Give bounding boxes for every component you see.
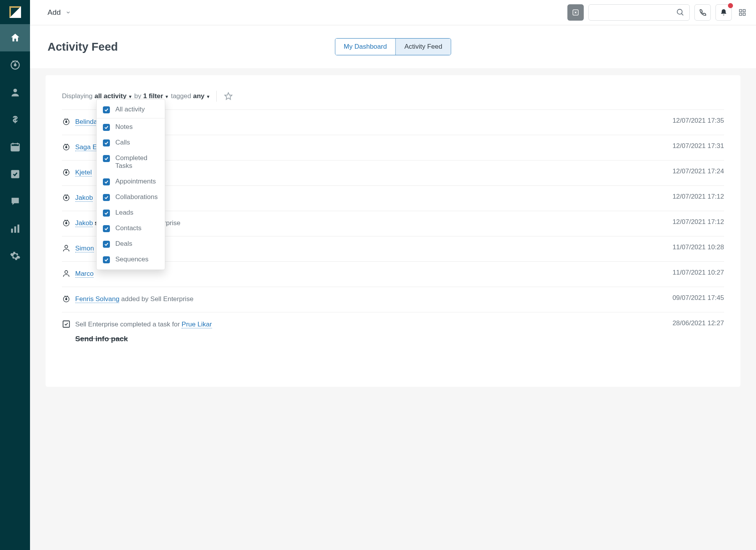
dropdown-item[interactable]: Contacts <box>97 220 165 236</box>
person-icon <box>62 244 71 254</box>
filter-tag[interactable]: any▼ <box>193 92 210 100</box>
view-toggle: My Dashboard Activity Feed <box>335 38 451 55</box>
feed-link[interactable]: Fenris Solvang <box>75 295 119 303</box>
dropdown-item[interactable]: Leads <box>97 205 165 220</box>
divider <box>216 91 217 102</box>
dropdown-item[interactable]: Sequences <box>97 252 165 267</box>
nav-reports[interactable] <box>0 215 30 242</box>
feed-added: added by Sell Enterprise <box>119 295 193 303</box>
add-button[interactable]: Add <box>48 8 71 17</box>
lead-icon <box>62 117 71 128</box>
dropdown-label: Completed Tasks <box>115 154 159 170</box>
chevron-down-icon <box>65 10 71 15</box>
checkbox-checked[interactable] <box>103 241 110 248</box>
dropdown-item[interactable]: Collaborations <box>97 189 165 205</box>
checkbox-checked[interactable] <box>103 124 110 131</box>
checkbox-checked[interactable] <box>103 225 110 232</box>
add-label: Add <box>48 8 61 17</box>
feed-link[interactable]: Saga E <box>75 143 97 151</box>
feed-card: Displaying all activity▼ by 1 filter▼ ta… <box>46 75 504 367</box>
svg-rect-14 <box>17 225 19 233</box>
dropdown-label: Sequences <box>115 256 148 263</box>
feed-prefix: Sell Enterprise completed a task for <box>75 321 182 328</box>
page-header: Activity Feed My Dashboard Activity Feed <box>30 25 504 68</box>
feed-text: Sell Enterprise completed a task for Pru… <box>75 319 504 344</box>
checkbox-checked[interactable] <box>103 178 110 185</box>
feed-link[interactable]: Prue Likar <box>182 321 212 328</box>
dropdown-separator <box>97 118 165 118</box>
feed-link[interactable]: Jakob <box>75 219 93 227</box>
dropdown-label: Deals <box>115 240 132 248</box>
caret-down-icon: ▼ <box>128 94 132 99</box>
nav-tasks[interactable] <box>0 160 30 188</box>
nav-settings[interactable] <box>0 242 30 270</box>
feed-link[interactable]: Belinda <box>75 118 97 126</box>
nav-leads[interactable] <box>0 51 30 79</box>
dropdown-label: Notes <box>115 123 132 131</box>
feed-row: Sell Enterprise completed a task for Pru… <box>62 312 504 351</box>
checkbox-checked[interactable] <box>103 139 110 146</box>
feed-text: Marco <box>75 269 504 279</box>
dropdown-label: Leads <box>115 209 133 217</box>
dropdown-label: Appointments <box>115 178 156 185</box>
person-icon <box>62 269 71 280</box>
lead-icon <box>62 219 71 229</box>
star-icon[interactable] <box>224 92 233 100</box>
svg-point-33 <box>65 245 67 248</box>
topbar: Add <box>30 0 504 25</box>
dropdown-item[interactable]: All activity <box>97 102 165 117</box>
activity-filter-dropdown: All activityNotesCallsCompleted TasksApp… <box>96 99 165 270</box>
svg-rect-13 <box>14 226 16 233</box>
task-icon <box>62 320 71 330</box>
tab-activity-feed[interactable]: Activity Feed <box>396 39 451 55</box>
tab-my-dashboard[interactable]: My Dashboard <box>335 39 396 55</box>
page-title: Activity Feed <box>48 41 118 53</box>
dropdown-item[interactable]: Appointments <box>97 174 165 189</box>
sidebar <box>0 0 30 367</box>
caret-down-icon: ▼ <box>206 94 210 99</box>
dropdown-label: All activity <box>115 106 145 113</box>
checkbox-checked[interactable] <box>103 194 110 201</box>
dropdown-label: Calls <box>115 139 130 146</box>
nav-contacts[interactable] <box>0 79 30 106</box>
svg-rect-37 <box>63 321 70 328</box>
app-logo[interactable] <box>0 0 30 24</box>
lead-icon <box>62 294 71 305</box>
feed-link[interactable]: Marco <box>75 270 94 278</box>
svg-point-34 <box>65 271 67 273</box>
dropdown-item[interactable]: Deals <box>97 236 165 252</box>
feed-link[interactable]: Kjetel <box>75 169 92 176</box>
caret-down-icon: ▼ <box>165 94 169 99</box>
nav-deals[interactable] <box>0 106 30 133</box>
svg-point-4 <box>14 64 16 66</box>
feed-text: Fenris Solvang added by Sell Enterprise <box>75 294 504 304</box>
checkbox-checked[interactable] <box>103 106 110 113</box>
nav-calendar[interactable] <box>0 133 30 160</box>
dropdown-label: Collaborations <box>115 193 158 201</box>
main-area: Displaying all activity▼ by 1 filter▼ ta… <box>30 68 504 367</box>
filter-tagged: tagged <box>171 92 191 100</box>
svg-rect-12 <box>11 229 13 233</box>
svg-point-5 <box>13 89 17 92</box>
checkbox-checked[interactable] <box>103 155 110 162</box>
feed-row: Fenris Solvang added by Sell Enterprise0… <box>62 287 504 312</box>
nav-comms[interactable] <box>0 188 30 215</box>
svg-marker-22 <box>224 93 231 99</box>
dropdown-item[interactable]: Calls <box>97 135 165 150</box>
nav-home[interactable] <box>0 24 30 51</box>
lead-icon <box>62 193 71 204</box>
dropdown-item[interactable]: Completed Tasks <box>97 150 165 174</box>
task-title: Send info pack <box>75 333 504 345</box>
lead-icon <box>62 143 71 153</box>
checkbox-checked[interactable] <box>103 256 110 263</box>
filter-prefix: Displaying <box>62 92 92 100</box>
dropdown-label: Contacts <box>115 224 141 232</box>
feed-link[interactable]: Jakob <box>75 194 93 202</box>
lead-icon <box>62 168 71 178</box>
dropdown-item[interactable]: Notes <box>97 119 165 135</box>
checkbox-checked[interactable] <box>103 210 110 217</box>
feed-link[interactable]: Simon <box>75 245 94 252</box>
